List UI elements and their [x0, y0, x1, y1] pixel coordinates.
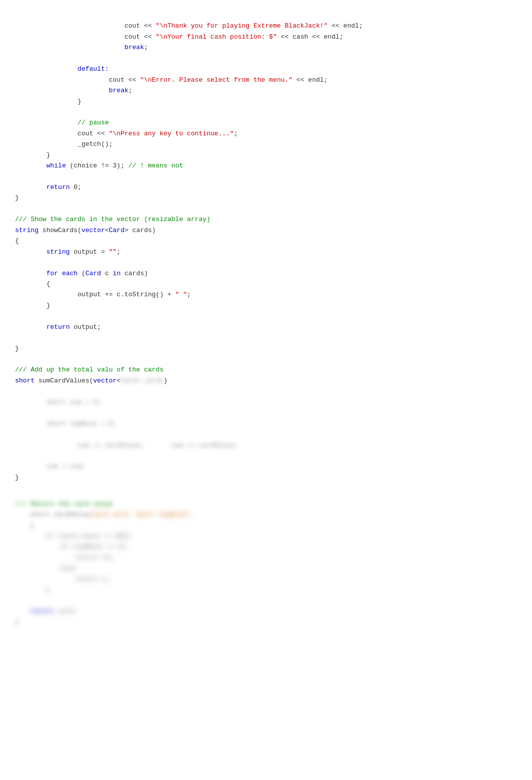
blurred-section: /// Return the card value short cardValu…	[15, 499, 517, 628]
code-display: cout << "\nThank you for playing Extreme…	[15, 10, 517, 494]
